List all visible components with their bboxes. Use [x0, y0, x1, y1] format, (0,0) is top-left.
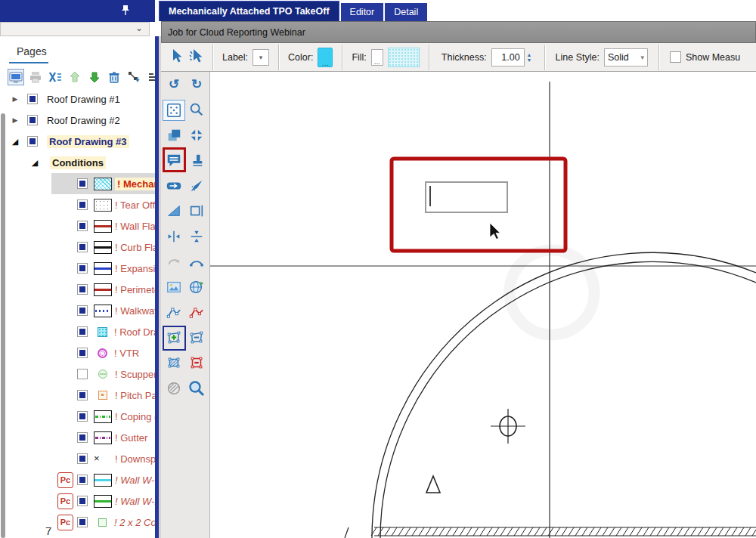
visibility-checkbox[interactable]	[77, 475, 88, 485]
visibility-checkbox[interactable]	[77, 284, 88, 295]
comment-textbox[interactable]	[426, 182, 507, 212]
color-button[interactable]: ...	[318, 48, 333, 67]
redo-icon[interactable]: ↻	[185, 72, 208, 97]
thickness-input[interactable]: 1.00	[491, 48, 525, 66]
line-style-dropdown[interactable]: Solid ▾	[604, 48, 648, 66]
visibility-checkbox[interactable]	[77, 411, 88, 422]
job-title-bar[interactable]: Job for Cloud Reporting Webinar	[161, 21, 756, 43]
show-measurements-checkbox[interactable]	[670, 51, 681, 63]
select-tool-icon[interactable]	[170, 48, 184, 66]
sort-icon[interactable]	[145, 69, 155, 85]
visibility-checkbox[interactable]	[77, 390, 88, 400]
arc-tool-icon[interactable]	[185, 249, 208, 275]
tree-row[interactable]: Pc! 2 x 2 Co	[0, 512, 155, 533]
tree-row[interactable]: ! Expansio	[0, 258, 155, 279]
tree-row[interactable]: ! Mechan	[0, 173, 155, 194]
tab-takeoff[interactable]: Mechanically Attached TPO TakeOff	[159, 1, 339, 21]
tree-scrollbar[interactable]	[1, 113, 5, 538]
visibility-checkbox[interactable]	[77, 432, 88, 443]
tree-row[interactable]: ! Walkway	[0, 300, 155, 321]
multi-select-tool-icon[interactable]	[188, 48, 203, 66]
export-list-icon[interactable]	[47, 69, 64, 85]
polygon-hatch-icon[interactable]	[163, 351, 185, 376]
tree-row[interactable]: ▶Roof Drawing #2	[0, 110, 155, 131]
tree-row[interactable]: ◢Conditions	[0, 152, 155, 173]
pc-badge[interactable]: Pc	[57, 472, 73, 488]
tree-row[interactable]: ! Coping (	[0, 406, 155, 427]
rectangle-tool-icon[interactable]	[185, 199, 208, 224]
tree-row[interactable]: Pc! Wall W-	[0, 469, 155, 490]
visibility-checkbox[interactable]	[27, 94, 38, 104]
polyline-add-icon[interactable]	[163, 300, 185, 326]
tree-row[interactable]: ! Perimete	[0, 279, 155, 300]
panel-dropdown[interactable]: ⌄	[0, 22, 150, 36]
tree-expanded-icon[interactable]: ◢	[30, 158, 39, 168]
visibility-checkbox[interactable]	[77, 242, 88, 252]
tree-row[interactable]: ▶Roof Drawing #1	[0, 88, 155, 110]
globe-icon[interactable]	[185, 274, 208, 300]
pages-tab-label[interactable]: Pages	[17, 45, 47, 57]
zoom-extents-icon[interactable]	[185, 122, 208, 148]
undo-icon[interactable]: ↺	[163, 72, 185, 97]
renumber-icon[interactable]	[125, 69, 142, 85]
tree-row[interactable]: ! Wall Flas	[0, 215, 155, 237]
visibility-checkbox[interactable]	[77, 453, 88, 464]
spin-up-icon[interactable]: ▲	[527, 52, 532, 57]
visibility-checkbox[interactable]	[77, 348, 88, 358]
visibility-checkbox[interactable]	[77, 326, 88, 337]
move-down-icon[interactable]	[86, 69, 103, 85]
curve-tool-icon[interactable]	[163, 249, 185, 275]
polygon-subtract-icon[interactable]	[185, 325, 208, 351]
pattern-tool-icon[interactable]	[163, 376, 185, 401]
pin-icon[interactable]	[120, 5, 131, 19]
slope-tool-icon[interactable]	[163, 199, 185, 224]
tree-collapsed-icon[interactable]: ▶	[11, 116, 20, 124]
tree-row[interactable]: ×! Downsp	[0, 448, 155, 469]
tree-row[interactable]: ◢Roof Drawing #3	[0, 131, 155, 152]
stamp-tool-icon[interactable]	[185, 148, 208, 174]
tab-editor[interactable]: Editor	[341, 3, 384, 21]
move-up-icon[interactable]	[67, 69, 83, 85]
fill-button[interactable]: ...	[371, 49, 383, 66]
tree-row[interactable]: ! Tear Off	[0, 194, 155, 215]
flip-horizontal-icon[interactable]	[163, 224, 185, 249]
polygon-delete-icon[interactable]	[185, 351, 208, 376]
pan-tool-icon[interactable]	[163, 100, 185, 121]
visibility-checkbox[interactable]	[77, 369, 88, 379]
tree-expanded-icon[interactable]: ◢	[11, 137, 20, 147]
tree-row[interactable]: ! Curb Fla	[0, 237, 155, 258]
tree-row[interactable]: ! Gutter	[0, 427, 155, 448]
tag-tool-icon[interactable]	[163, 173, 185, 199]
tree-row[interactable]: ! Scupper	[0, 363, 155, 385]
visibility-checkbox[interactable]	[77, 199, 88, 210]
print-icon[interactable]	[27, 69, 44, 85]
thickness-stepper[interactable]: ▲ ▼	[527, 48, 532, 66]
spin-down-icon[interactable]: ▼	[527, 57, 532, 63]
zoom-window-icon[interactable]	[185, 97, 208, 123]
flip-vertical-icon[interactable]	[185, 224, 208, 249]
pc-badge[interactable]: Pc	[57, 493, 73, 509]
display-icon[interactable]	[8, 69, 24, 85]
delete-icon[interactable]	[106, 69, 122, 85]
visibility-checkbox[interactable]	[77, 517, 88, 527]
tree-row[interactable]: ! VTR	[0, 342, 155, 363]
tree-collapsed-icon[interactable]: ▶	[11, 95, 20, 103]
airbrush-tool-icon[interactable]	[185, 173, 208, 199]
visibility-checkbox[interactable]	[77, 221, 88, 231]
tree-row[interactable]: Pc! Wall W-.	[0, 490, 155, 512]
image-tool-icon[interactable]	[163, 274, 185, 300]
tree-row[interactable]: ! Roof Dra	[0, 321, 155, 342]
pc-badge[interactable]: Pc	[57, 515, 73, 530]
visibility-checkbox[interactable]	[77, 305, 88, 316]
drawing-canvas[interactable]	[210, 72, 756, 538]
visibility-checkbox[interactable]	[77, 496, 88, 506]
label-dropdown[interactable]: ▾	[253, 49, 269, 66]
polyline-subtract-icon[interactable]	[185, 300, 208, 326]
visibility-checkbox[interactable]	[27, 136, 38, 147]
fill-swatch[interactable]	[388, 48, 420, 67]
magnifier-icon[interactable]	[185, 376, 208, 401]
visibility-checkbox[interactable]	[77, 263, 88, 274]
tree-row[interactable]: ! Pitch Par	[0, 385, 155, 406]
tab-detail[interactable]: Detail	[385, 3, 427, 21]
visibility-checkbox[interactable]	[77, 178, 88, 189]
